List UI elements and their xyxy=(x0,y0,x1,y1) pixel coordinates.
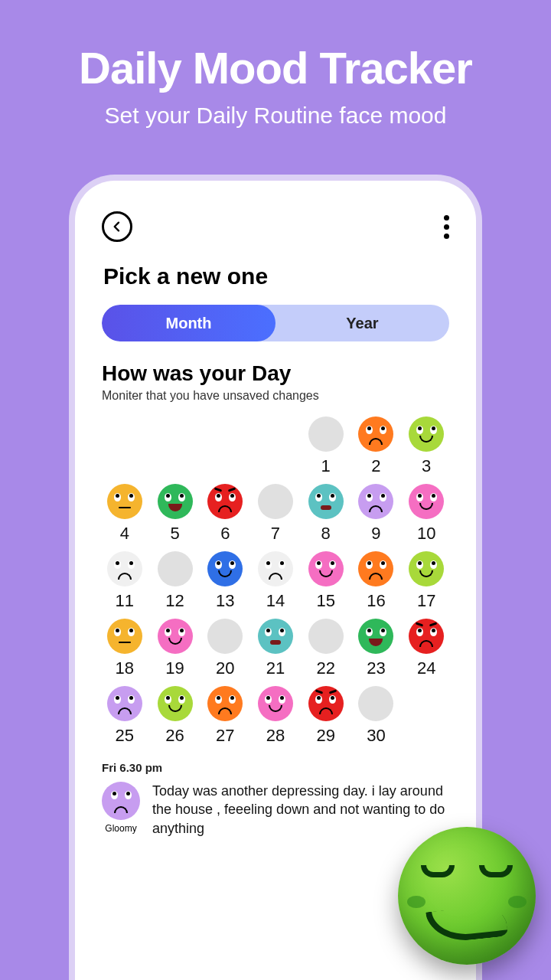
mood-face-icon xyxy=(409,484,444,519)
day-cell[interactable]: 28 xyxy=(253,686,298,746)
day-number: 6 xyxy=(220,524,230,544)
day-number: 20 xyxy=(216,658,234,678)
calendar-grid: 1234567891011121314151617181920212223242… xyxy=(102,416,449,746)
empty-cell xyxy=(152,416,198,476)
mood-face-icon xyxy=(358,686,393,721)
hero-subtitle: Set your Daily Routine face mood xyxy=(0,103,551,129)
day-number: 21 xyxy=(266,658,285,678)
segment-control: Month Year xyxy=(102,305,449,341)
day-number: 7 xyxy=(271,524,280,544)
day-cell[interactable]: 12 xyxy=(152,551,198,611)
empty-cell xyxy=(202,416,248,476)
entry-time: Fri 6.30 pm xyxy=(102,761,449,774)
day-cell[interactable]: 27 xyxy=(202,686,248,746)
day-cell[interactable]: 15 xyxy=(303,551,349,611)
mood-face-icon xyxy=(308,416,344,452)
mood-face-icon xyxy=(358,619,393,654)
day-number: 29 xyxy=(316,726,334,746)
day-cell[interactable]: 14 xyxy=(253,551,298,611)
day-cell[interactable]: 17 xyxy=(403,551,449,611)
mood-face-icon xyxy=(308,619,344,654)
day-cell[interactable]: 1 xyxy=(303,416,349,476)
pick-title: Pick a new one xyxy=(103,263,449,289)
mood-face-icon xyxy=(358,416,393,452)
day-cell[interactable]: 11 xyxy=(102,551,148,611)
mood-face-icon xyxy=(308,484,344,519)
day-number: 3 xyxy=(422,456,431,476)
mood-face-icon xyxy=(107,619,142,654)
mood-face-icon xyxy=(308,686,344,721)
day-cell[interactable]: 22 xyxy=(303,619,349,678)
day-number: 14 xyxy=(266,591,285,611)
day-number: 8 xyxy=(321,524,331,544)
day-cell[interactable]: 10 xyxy=(403,484,449,544)
mood-face-icon xyxy=(207,619,243,654)
topbar xyxy=(102,211,449,242)
mood-face-icon xyxy=(258,484,293,519)
day-cell[interactable]: 23 xyxy=(354,619,399,678)
dot-icon xyxy=(444,215,449,220)
day-number: 4 xyxy=(120,524,129,544)
day-number: 1 xyxy=(321,456,331,476)
journal-entry: Gloomy Today was another depressing day.… xyxy=(102,782,449,838)
day-number: 19 xyxy=(165,658,184,678)
mood-face-icon xyxy=(258,619,293,654)
mood-face-icon xyxy=(158,686,193,721)
day-cell[interactable]: 8 xyxy=(303,484,349,544)
back-button[interactable] xyxy=(102,211,132,242)
entry-mood-label: Gloomy xyxy=(105,823,136,834)
day-cell[interactable]: 9 xyxy=(354,484,399,544)
day-number: 15 xyxy=(316,591,334,611)
hero: Daily Mood Tracker Set your Daily Routin… xyxy=(0,0,551,129)
tab-month[interactable]: Month xyxy=(102,305,276,341)
mood-face-icon xyxy=(258,686,293,721)
day-cell[interactable]: 25 xyxy=(102,686,148,746)
day-cell[interactable]: 3 xyxy=(403,416,449,476)
day-cell[interactable]: 26 xyxy=(152,686,198,746)
day-number: 16 xyxy=(367,591,385,611)
day-cell[interactable]: 30 xyxy=(354,686,399,746)
mood-face-icon xyxy=(158,484,193,519)
day-cell[interactable]: 18 xyxy=(102,619,148,678)
mood-face-icon xyxy=(358,484,393,519)
day-number: 26 xyxy=(165,726,184,746)
tab-year[interactable]: Year xyxy=(276,305,449,341)
day-number: 23 xyxy=(367,658,385,678)
day-cell[interactable]: 20 xyxy=(202,619,248,678)
day-cell[interactable]: 19 xyxy=(152,619,198,678)
day-number: 13 xyxy=(216,591,234,611)
day-cell[interactable]: 24 xyxy=(403,619,449,678)
entry-text: Today was another depressing day. i lay … xyxy=(152,782,449,838)
day-number: 28 xyxy=(266,726,285,746)
mood-face-icon xyxy=(207,551,243,586)
day-cell[interactable]: 29 xyxy=(303,686,349,746)
empty-cell xyxy=(102,416,148,476)
day-cell[interactable]: 5 xyxy=(152,484,198,544)
day-number: 27 xyxy=(216,726,234,746)
day-number: 24 xyxy=(417,658,435,678)
hero-title: Daily Mood Tracker xyxy=(0,42,551,93)
day-cell[interactable]: 7 xyxy=(253,484,298,544)
day-number: 2 xyxy=(371,456,380,476)
day-number: 12 xyxy=(165,591,184,611)
mood-face-icon xyxy=(207,484,243,519)
mood-face-icon xyxy=(409,416,444,452)
more-button[interactable] xyxy=(444,215,449,239)
day-cell[interactable]: 13 xyxy=(202,551,248,611)
day-cell[interactable]: 2 xyxy=(354,416,399,476)
empty-cell xyxy=(253,416,298,476)
day-cell[interactable]: 6 xyxy=(202,484,248,544)
day-number: 30 xyxy=(367,726,385,746)
mood-face-icon xyxy=(258,551,293,586)
mood-face-icon xyxy=(358,551,393,586)
day-cell[interactable]: 4 xyxy=(102,484,148,544)
day-cell[interactable]: 16 xyxy=(354,551,399,611)
day-number: 11 xyxy=(116,591,134,611)
mood-face-icon xyxy=(409,551,444,586)
how-subtitle: Moniter that you have unsaved changes xyxy=(102,389,449,403)
mood-face-icon xyxy=(158,619,193,654)
day-cell[interactable]: 21 xyxy=(253,619,298,678)
dot-icon xyxy=(444,234,449,239)
mood-face-icon xyxy=(107,551,142,586)
gloomy-face-icon xyxy=(102,782,140,820)
